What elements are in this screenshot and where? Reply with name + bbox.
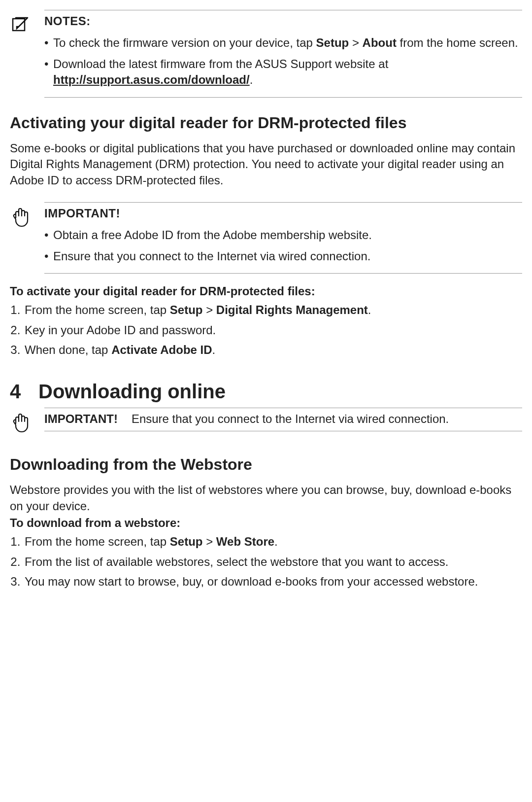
webstore-step-1: From the home screen, tap Setup > Web St… (24, 534, 522, 550)
chapter-important-body: IMPORTANT! Ensure that you connect to th… (44, 408, 522, 431)
drm-important-callout: IMPORTANT! Obtain a free Adobe ID from t… (10, 202, 522, 274)
webstore-steps-title: To download from a webstore: (10, 515, 522, 531)
drm-steps-title: To activate your digital reader for DRM-… (10, 283, 522, 299)
chapter-number: 4 (10, 378, 38, 405)
drm-important-item-1: Obtain a free Adobe ID from the Adobe me… (44, 227, 522, 243)
notes-callout: NOTES: To check the firmware version on … (10, 10, 522, 98)
notes-item-1: To check the firmware version on your de… (44, 35, 522, 51)
notes-icon (10, 14, 30, 37)
drm-important-body: IMPORTANT! Obtain a free Adobe ID from t… (44, 202, 522, 274)
notes-title: NOTES: (44, 14, 91, 28)
drm-paragraph: Some e-books or digital publications tha… (10, 140, 522, 188)
hand-icon (10, 206, 30, 234)
webstore-heading: Downloading from the Webstore (10, 454, 522, 475)
drm-steps: From the home screen, tap Setup > Digita… (10, 302, 522, 358)
notes-body: NOTES: To check the firmware version on … (44, 10, 522, 98)
chapter-important-title: IMPORTANT! (44, 411, 118, 427)
drm-important-title: IMPORTANT! (44, 207, 120, 220)
drm-heading: Activating your digital reader for DRM-p… (10, 112, 522, 134)
chapter-important-callout: IMPORTANT! Ensure that you connect to th… (10, 408, 522, 439)
webstore-paragraph: Webstore provides you with the list of w… (10, 482, 522, 514)
drm-important-list: Obtain a free Adobe ID from the Adobe me… (44, 227, 522, 264)
hand-icon (10, 412, 30, 439)
drm-important-item-2: Ensure that you connect to the Internet … (44, 248, 522, 264)
notes-item-2: Download the latest firmware from the AS… (44, 56, 522, 88)
webstore-step-3: You may now start to browse, buy, or dow… (24, 574, 522, 590)
svg-rect-0 (13, 19, 25, 31)
notes-list: To check the firmware version on your de… (44, 35, 522, 88)
chapter-header: 4 Downloading online (10, 378, 522, 405)
drm-step-3: When done, tap Activate Adobe ID. (24, 342, 522, 358)
chapter-title: Downloading online (38, 378, 226, 405)
webstore-steps: From the home screen, tap Setup > Web St… (10, 534, 522, 590)
drm-step-1: From the home screen, tap Setup > Digita… (24, 302, 522, 318)
drm-step-2: Key in your Adobe ID and password. (24, 322, 522, 338)
support-link[interactable]: http://support.asus.com/download/ (53, 73, 250, 86)
webstore-step-2: From the list of available webstores, se… (24, 554, 522, 570)
chapter-important-text: Ensure that you connect to the Internet … (132, 411, 449, 427)
